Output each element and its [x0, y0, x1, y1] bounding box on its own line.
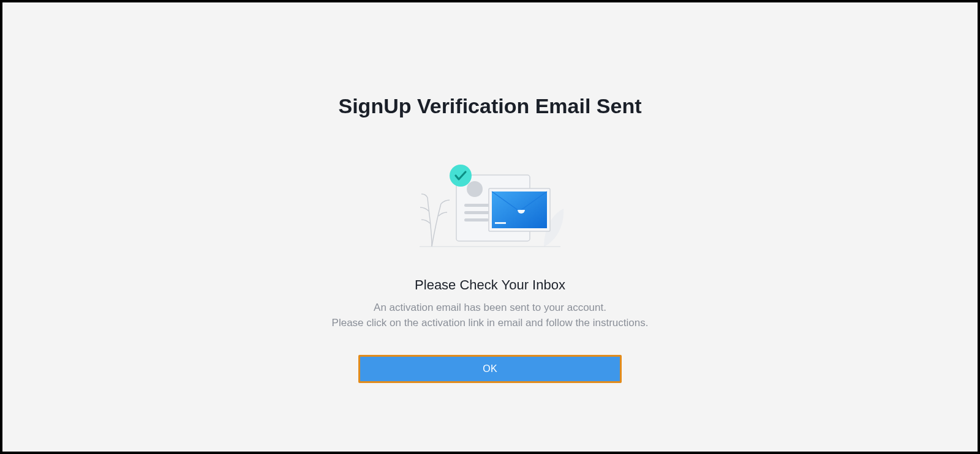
page-title: SignUp Verification Email Sent: [339, 94, 642, 118]
ok-button[interactable]: OK: [360, 357, 620, 381]
svg-rect-7: [495, 222, 506, 224]
ok-button-highlight: OK: [358, 355, 622, 383]
svg-rect-4: [464, 218, 489, 221]
email-sent-illustration: [398, 155, 582, 253]
activation-instructions-text: Please click on the activation link in e…: [332, 316, 649, 331]
svg-point-8: [450, 165, 472, 187]
svg-point-1: [467, 181, 483, 197]
check-inbox-heading: Please Check Your Inbox: [415, 277, 565, 293]
activation-sent-text: An activation email has been sent to you…: [374, 300, 606, 316]
